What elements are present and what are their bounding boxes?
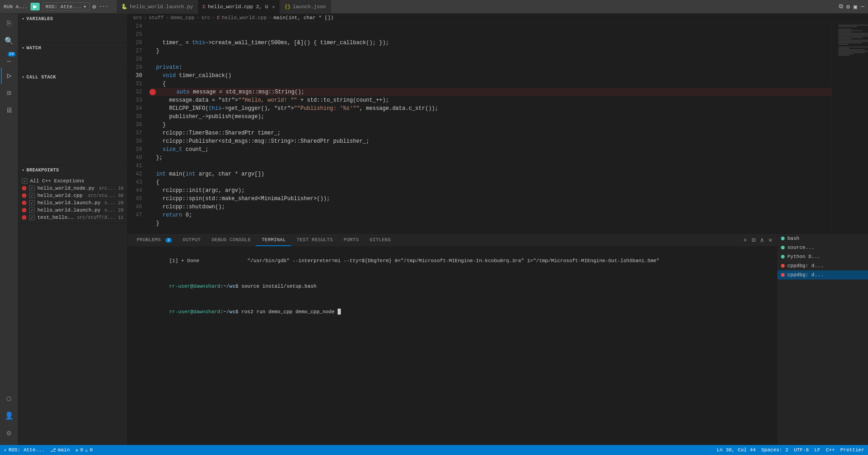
code-editor[interactable]: 2425262728293031323334353637383940414243… [128,22,832,234]
breakpoint-item[interactable]: hello_world.launch.pys...29 [18,207,127,214]
breadcrumb-src[interactable]: src [133,15,142,21]
tab-debug-console[interactable]: DEBUG CONSOLE [206,234,256,246]
activity-extensions-icon[interactable]: ⊞ [1,85,17,101]
breakpoint-checkbox[interactable] [29,207,35,213]
tab-problems[interactable]: PROBLEMS 2 [131,234,177,246]
breakpoint-item[interactable]: test_hello.pysrc/stuff/d...11 [18,214,127,221]
minimize-icon[interactable]: — [861,3,864,10]
breakpoint-checkbox[interactable] [29,215,35,220]
breakpoint-dot-icon [22,208,26,212]
breakpoint-checkbox[interactable] [29,200,35,206]
titlebar-right: ⧉ ⚙ ▣ — [839,3,864,10]
terminal-tab-cppdbg1-label: cppdbg: d... [787,263,823,269]
code-line: message.data = "str">""Hello, world! "" … [149,96,832,104]
tab-json[interactable]: {} launch.json [280,0,331,14]
code-text: size_t count_; [149,145,209,154]
status-ln-col-label: Ln 30, Col 44 [717,447,756,453]
activity-ros-icon[interactable]: ◯ [1,390,17,407]
status-spaces[interactable]: Spaces: 2 [761,447,788,453]
terminal-cmd-2: ros2 run demo_cpp demo_cpp_node [241,309,338,315]
breakpoint-checkbox[interactable] [29,186,35,191]
breadcrumb-stuff[interactable]: stuff [149,15,164,21]
tab-gitlens[interactable]: GITLENS [364,234,396,246]
status-git-item[interactable]: ⎇ main [50,447,70,453]
split-editor-icon[interactable]: ⧉ [839,3,843,10]
code-text: private: [149,63,182,72]
call-stack-content [18,83,127,165]
tab-cpp[interactable]: C hello_world.cpp 2, U ✕ [198,0,280,14]
terminal-tab-bash[interactable]: bash [777,234,868,243]
breakpoint-filename: All C++ Exceptions [30,178,123,184]
breadcrumb-src2[interactable]: src [201,15,210,21]
breakpoint-line: 16 [118,186,123,191]
status-debug-item[interactable]: ⚡ ROS: Atte... [4,447,45,453]
terminal-prompt-2: rr-user@dawnshard [169,309,220,315]
tab-test-results[interactable]: TEST RESULTS [291,234,338,246]
activity-settings-icon[interactable]: ⚙ [1,425,17,441]
tab-terminal[interactable]: TERMINAL [256,234,291,246]
layout-icon[interactable]: ▣ [853,3,857,10]
breakpoints-chevron-icon: ▾ [22,168,25,173]
code-line: } [149,219,832,228]
activity-files-icon[interactable]: ⎘ [1,16,17,32]
call-stack-header[interactable]: ▾ CALL STACK [18,72,127,83]
error-icon: ✕ [75,447,78,453]
breadcrumb-function[interactable]: main(int, char * []) [273,15,334,21]
add-terminal-icon[interactable]: + [742,236,748,245]
terminal-tab-source[interactable]: source... [777,243,868,252]
watch-header[interactable]: ▾ WATCH [18,43,127,53]
more-options-icon[interactable]: ··· [98,4,108,10]
status-warning-count: 0 [90,447,93,453]
breadcrumb-file[interactable]: hello_world.cpp [222,15,267,21]
activity-account-icon[interactable]: 👤 [1,408,17,424]
status-errors-item[interactable]: ✕ 0 ⚠ 0 [75,447,92,453]
activity-search-icon[interactable]: 🔍 [1,33,17,49]
breakpoint-item[interactable]: hello_world.launch.pys...20 [18,199,127,207]
activity-remote-icon[interactable]: 🖥 [1,102,17,119]
status-language[interactable]: C++ [826,447,835,453]
maximize-panel-icon[interactable]: ∧ [759,235,765,245]
breakpoint-source: src... [99,186,115,191]
line-number: 27 [131,47,142,55]
status-formatter[interactable]: Prettier [840,447,864,453]
editor-with-minimap: 2425262728293031323334353637383940414243… [128,22,868,234]
status-ln-col[interactable]: Ln 30, Col 44 [717,447,756,453]
status-encoding[interactable]: UTF-8 [794,447,809,453]
tab-cpp-close[interactable]: ✕ [272,4,275,10]
tab-output[interactable]: OUTPUT [177,234,206,246]
tab-py[interactable]: 🐍 hello_world.launch.py [117,0,198,14]
breakpoint-item[interactable]: All C++ Exceptions [18,177,127,185]
titlebar: RUN A... ▶ ROS: Atte... ▾ ⚙ ··· 🐍 hello_… [0,0,868,14]
tab-ports[interactable]: PORTS [338,234,364,246]
split-terminal-icon[interactable]: ⊟ [751,235,756,245]
play-button[interactable]: ▶ [31,3,40,10]
breakpoint-checkbox[interactable] [29,193,35,198]
breakpoint-item[interactable]: hello_world.cppsrc/stu...30 [18,192,127,199]
breadcrumb-demo-cpp[interactable]: demo_cpp [170,15,195,21]
status-git-label: main [58,447,70,453]
breakpoint-item[interactable]: hello_world_node.pysrc...16 [18,185,127,192]
status-language-label: C++ [826,447,835,453]
breakpoints-header[interactable]: ▾ BREAKPOINTS [18,165,127,176]
activity-source-control-icon[interactable]: ⎯ 19 [1,50,17,67]
watch-chevron-icon: ▾ [22,46,25,51]
terminal-content[interactable]: [1] + Done "/usr/bin/gdb" --interpreter=… [128,247,777,325]
terminal-tab-cppdbg2[interactable]: cppdbg: d... [777,270,868,279]
terminal-cursor [338,309,341,315]
settings-icon[interactable]: ⚙ [847,3,850,10]
close-panel-icon[interactable]: ✕ [768,235,773,245]
variables-header[interactable]: ▾ VARIABLES [18,14,127,24]
python-dot-icon [781,255,785,259]
git-branch-icon: ⎇ [50,447,56,453]
bottom-tab-actions: + ⊟ ∧ ✕ [742,235,773,245]
code-line [149,162,832,170]
terminal-tab-cppdbg1[interactable]: cppdbg: d... [777,261,868,270]
ros-dropdown[interactable]: ROS: Atte... ▾ [42,2,90,11]
activity-run-debug-icon[interactable]: ▷ [1,67,17,84]
gear-icon[interactable]: ⚙ [92,3,96,10]
line-number: 30 [131,72,142,80]
status-line-ending[interactable]: LF [814,447,820,453]
breakpoint-checkbox[interactable] [22,178,27,184]
terminal-tab-python[interactable]: Python D... [777,252,868,261]
line-number: 43 [131,178,142,186]
